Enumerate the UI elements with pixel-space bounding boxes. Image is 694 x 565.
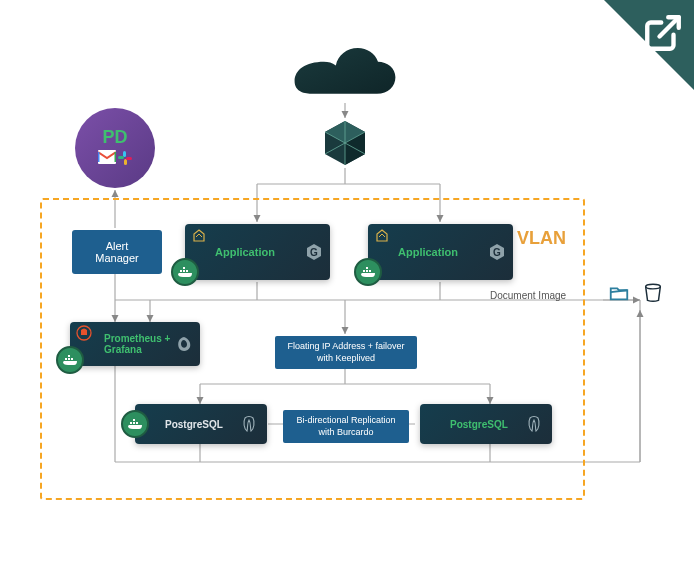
floating-ip-line2: with Keeplived: [283, 353, 409, 365]
svg-rect-38: [180, 270, 182, 272]
svg-rect-40: [183, 267, 185, 269]
svg-rect-47: [369, 270, 371, 272]
container-badge-icon: [171, 258, 199, 286]
svg-point-57: [646, 284, 661, 289]
bucket-icon: [642, 282, 664, 308]
floating-ip-line1: Floating IP Address + failover: [283, 341, 409, 353]
postgresql-node-2: PostgreSQL: [420, 404, 552, 444]
svg-text:G: G: [493, 247, 501, 258]
monitoring-node: Prometheus + Grafana: [70, 322, 200, 366]
svg-rect-53: [130, 422, 132, 424]
container-badge-icon: [121, 410, 149, 438]
document-image-label: Document Image: [490, 290, 566, 301]
external-link-icon[interactable]: [642, 12, 684, 54]
monitoring-label-2: Grafana: [104, 344, 142, 355]
folder-icon: [608, 282, 630, 308]
application-node-1: Application G: [185, 224, 330, 280]
svg-rect-55: [133, 419, 135, 421]
gmail-icon: [98, 150, 116, 169]
svg-rect-51: [68, 355, 70, 357]
container-badge-icon: [56, 346, 84, 374]
replication-label: Bi-directional Replication with Burcardo: [283, 410, 409, 443]
replication-line1: Bi-directional Replication: [291, 415, 401, 427]
svg-rect-45: [366, 270, 368, 272]
svg-text:G: G: [310, 247, 318, 258]
load-balancer-icon: [320, 118, 370, 168]
svg-rect-56: [136, 422, 138, 424]
hexagon-logo-icon: G: [487, 242, 507, 262]
svg-rect-44: [363, 270, 365, 272]
svg-rect-10: [124, 159, 127, 165]
svg-rect-49: [65, 358, 67, 360]
storage-icons: [608, 282, 664, 308]
svg-rect-50: [68, 358, 70, 360]
vlan-label: VLAN: [517, 228, 566, 249]
svg-rect-54: [133, 422, 135, 424]
svg-rect-52: [71, 358, 73, 360]
svg-rect-39: [183, 270, 185, 272]
svg-rect-46: [366, 267, 368, 269]
postgresql-label: PostgreSQL: [450, 419, 508, 430]
svg-rect-9: [118, 156, 124, 159]
channel-badges: [98, 150, 133, 169]
alert-manager-box: Alert Manager: [72, 230, 162, 274]
svg-rect-8: [123, 151, 126, 157]
app-icon: [191, 228, 207, 244]
postgresql-label: PostgreSQL: [165, 419, 223, 430]
grafana-icon: [174, 334, 194, 354]
alert-manager-label: Alert Manager: [95, 240, 138, 264]
application-label: Application: [215, 246, 275, 258]
postgresql-node-1: PostgreSQL: [135, 404, 267, 444]
svg-rect-41: [186, 270, 188, 272]
replication-line2: with Burcardo: [291, 427, 401, 439]
pagerduty-label: PD: [102, 127, 127, 148]
application-label: Application: [398, 246, 458, 258]
notification-channels-icon: PD: [75, 108, 155, 188]
slack-icon: [117, 150, 133, 169]
postgresql-icon: [241, 414, 261, 434]
cloud-icon: [290, 48, 400, 103]
hexagon-logo-icon: G: [304, 242, 324, 262]
prometheus-icon: [76, 325, 92, 341]
app-icon: [374, 228, 390, 244]
container-badge-icon: [354, 258, 382, 286]
floating-ip-label: Floating IP Address + failover with Keep…: [275, 336, 417, 369]
svg-rect-11: [126, 157, 132, 160]
svg-line-0: [660, 17, 679, 36]
application-node-2: Application G: [368, 224, 513, 280]
postgresql-icon: [526, 414, 546, 434]
monitoring-label-1: Prometheus +: [104, 333, 170, 344]
